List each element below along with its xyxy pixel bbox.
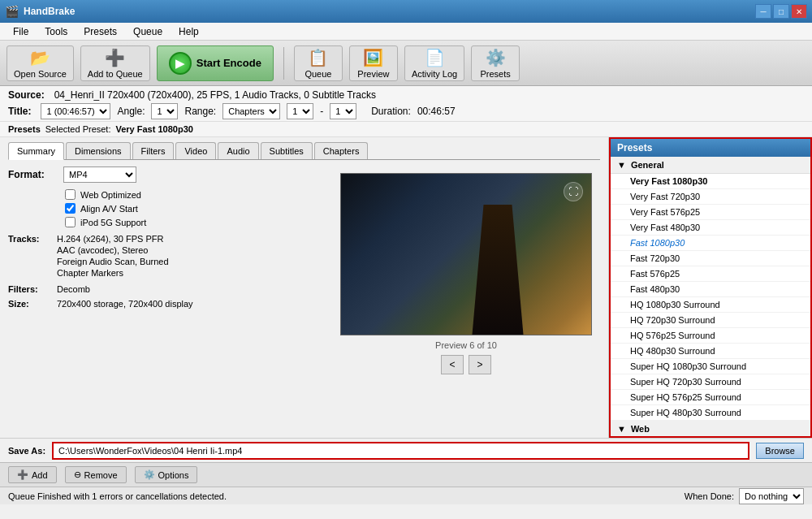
menu-file[interactable]: File	[6, 24, 35, 39]
web-optimized-label: Web Optimized	[80, 190, 141, 200]
filters-section: Filters: Decomb	[8, 284, 332, 294]
preview-label: Preview 6 of 10	[435, 340, 497, 350]
align-av-row: Align A/V Start	[65, 203, 332, 214]
start-encode-button[interactable]: ▶ Start Encode	[157, 45, 274, 81]
tracks-label: Tracks:	[8, 234, 57, 279]
preset-item-15[interactable]: Super HQ 480p30 Surround	[611, 405, 810, 421]
save-path-display: C:\Users\WonderFox\Videos\04 Henri Ii-1.…	[52, 442, 749, 460]
range-separator: -	[320, 106, 323, 117]
open-source-button[interactable]: 📂 Open Source	[6, 45, 74, 81]
queue-label: Queue	[304, 69, 331, 79]
preset-item-5[interactable]: Fast 720p30	[611, 251, 810, 266]
web-optimized-row: Web Optimized	[65, 189, 332, 200]
size-section: Size: 720x400 storage, 720x400 display	[8, 299, 332, 309]
preset-item-11[interactable]: HQ 480p30 Surround	[611, 344, 810, 359]
web-optimized-checkbox[interactable]	[65, 189, 76, 200]
close-button[interactable]: ✕	[791, 4, 807, 19]
preset-item-8[interactable]: HQ 1080p30 Surround	[611, 297, 810, 313]
range-type-select[interactable]: Chapters	[222, 103, 280, 119]
add-button[interactable]: ➕ Add	[8, 466, 57, 483]
menu-presets[interactable]: Presets	[77, 24, 123, 39]
activity-log-button[interactable]: 📄 Activity Log	[404, 45, 464, 81]
preset-item-6[interactable]: Fast 576p25	[611, 266, 810, 282]
range-to-select[interactable]: 1	[330, 103, 356, 119]
add-icon: ➕	[17, 469, 28, 480]
window-controls: ─ □ ✕	[755, 4, 807, 19]
tab-subtitles[interactable]: Subtitles	[261, 142, 313, 159]
menu-help[interactable]: Help	[172, 24, 205, 39]
title-bar-left: 🎬 HandBrake	[5, 5, 75, 18]
range-from-select[interactable]: 1	[287, 103, 313, 119]
when-done-select[interactable]: Do nothing	[739, 488, 804, 504]
preset-item-2[interactable]: Very Fast 576p25	[611, 205, 810, 220]
checkboxes-area: Web Optimized Align A/V Start iPod 5G Su…	[65, 189, 332, 227]
activity-log-icon: 📄	[425, 48, 445, 67]
angle-select[interactable]: 1	[151, 103, 178, 119]
options-icon: ⚙️	[144, 469, 155, 480]
tab-video[interactable]: Video	[175, 142, 216, 159]
preset-item-1[interactable]: Very Fast 720p30	[611, 189, 810, 205]
presets-icon: ⚙️	[486, 48, 506, 67]
menu-queue[interactable]: Queue	[127, 24, 169, 39]
preset-item-12[interactable]: Super HQ 1080p30 Surround	[611, 359, 810, 374]
format-select[interactable]: MP4	[63, 167, 136, 183]
preview-prev-button[interactable]: <	[441, 355, 464, 374]
app-icon: 🎬	[5, 5, 19, 18]
minimize-button[interactable]: ─	[755, 4, 771, 19]
open-source-icon: 📂	[30, 48, 50, 67]
preset-group-general[interactable]: ▼ General	[611, 157, 810, 174]
presets-panel: Presets ▼ General Very Fast 1080p30 Very…	[609, 137, 812, 438]
when-done-label: When Done:	[685, 491, 734, 501]
presets-panel-header: Presets	[611, 139, 810, 157]
tab-summary[interactable]: Summary	[8, 142, 64, 160]
tab-dimensions[interactable]: Dimensions	[66, 142, 130, 159]
range-label: Range:	[184, 106, 216, 117]
preview-area: ⛶ Preview 6 of 10 < >	[332, 167, 600, 381]
duration-value: 00:46:57	[417, 106, 456, 117]
menu-tools[interactable]: Tools	[38, 24, 74, 39]
align-av-checkbox[interactable]	[65, 203, 76, 214]
preset-group-web[interactable]: ▼ Web	[611, 421, 810, 438]
format-row: Format: MP4	[8, 167, 332, 183]
add-label: Add	[32, 470, 48, 480]
preview-next-button[interactable]: >	[469, 355, 491, 374]
filters-label: Filters:	[8, 284, 57, 294]
maximize-button[interactable]: □	[773, 4, 789, 19]
title-select[interactable]: 1 (00:46:57)	[41, 103, 110, 119]
preset-item-7[interactable]: Fast 480p30	[611, 282, 810, 297]
remove-icon: ⊖	[74, 469, 81, 480]
remove-button[interactable]: ⊖ Remove	[65, 466, 127, 483]
options-button[interactable]: ⚙️ Options	[135, 466, 198, 483]
preset-item-0[interactable]: Very Fast 1080p30	[611, 174, 810, 189]
preview-label: Preview	[357, 69, 389, 79]
tab-chapters[interactable]: Chapters	[314, 142, 369, 159]
tab-audio[interactable]: Audio	[218, 142, 258, 159]
group-name-web: Web	[631, 424, 650, 434]
title-row: Title: 1 (00:46:57) Angle: 1 Range: Chap…	[8, 103, 804, 119]
preset-item-4[interactable]: Fast 1080p30	[611, 236, 810, 251]
activity-log-label: Activity Log	[412, 69, 457, 79]
preset-item-9[interactable]: HQ 720p30 Surround	[611, 313, 810, 328]
ipod-checkbox[interactable]	[65, 217, 76, 227]
presets-button[interactable]: ⚙️ Presets	[471, 45, 520, 81]
collapse-icon: ▼	[617, 160, 626, 170]
tab-filters[interactable]: Filters	[132, 142, 175, 159]
add-to-queue-button[interactable]: ➕ Add to Queue	[80, 45, 150, 81]
preset-item-10[interactable]: HQ 576p25 Surround	[611, 328, 810, 344]
status-bar: Queue Finished with 1 errors or cancella…	[0, 487, 812, 504]
track-item-3: Chapter Markers	[57, 268, 332, 278]
preset-item-13[interactable]: Super HQ 720p30 Surround	[611, 374, 810, 390]
preset-item-3[interactable]: Very Fast 480p30	[611, 220, 810, 236]
preset-item-14[interactable]: Super HQ 576p25 Surround	[611, 390, 810, 405]
open-source-label: Open Source	[14, 69, 67, 79]
browse-button[interactable]: Browse	[756, 443, 804, 459]
options-label: Options	[158, 470, 189, 480]
left-panel: Summary Dimensions Filters Video Audio S…	[0, 137, 609, 438]
presets-bar-label: Presets	[8, 124, 41, 134]
ipod-label: iPod 5G Support	[80, 218, 146, 227]
queue-button[interactable]: 📋 Queue	[294, 45, 343, 81]
preview-icon: 🖼️	[363, 48, 383, 67]
preview-button[interactable]: 🖼️ Preview	[349, 45, 398, 81]
summary-panel: Format: MP4 Web Optimized Align A/V Star…	[8, 167, 332, 381]
preview-image: ⛶	[340, 173, 592, 335]
